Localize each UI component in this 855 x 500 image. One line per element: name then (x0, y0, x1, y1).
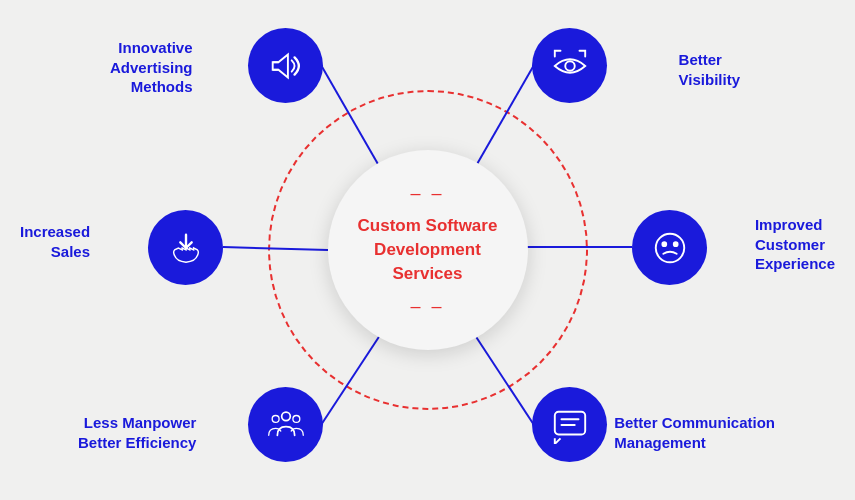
label-increased-sales: Increased Sales (20, 222, 90, 261)
label-better-visibility: Better Visibility (679, 50, 740, 89)
node-less-manpower (248, 387, 323, 462)
top-dash: – – (348, 183, 508, 204)
chat-icon (551, 406, 589, 444)
center-circle: – – Custom Software Development Services… (328, 150, 528, 350)
group-icon (267, 406, 305, 444)
eye-icon (551, 47, 589, 85)
bottom-dash: – – (348, 296, 508, 317)
svg-point-14 (292, 415, 299, 422)
svg-rect-15 (554, 411, 584, 434)
svg-point-13 (272, 415, 279, 422)
face-icon (651, 229, 689, 267)
svg-point-8 (565, 61, 575, 71)
svg-point-9 (655, 233, 684, 262)
megaphone-icon (267, 47, 305, 85)
label-innovative-advertising: Innovative Advertising Methods (110, 38, 193, 97)
hand-up-icon (167, 229, 205, 267)
svg-point-11 (673, 242, 677, 246)
node-increased-sales (148, 210, 223, 285)
node-better-visibility (532, 28, 607, 103)
svg-point-10 (662, 242, 666, 246)
diagram-container: – – Custom Software Development Services… (0, 0, 855, 500)
node-improved-customer (632, 210, 707, 285)
svg-point-12 (281, 412, 290, 421)
node-innovative-advertising (248, 28, 323, 103)
label-improved-customer: Improved Customer Experience (755, 215, 835, 274)
label-better-communication: Better Communication Management (614, 413, 775, 452)
label-less-manpower: Less Manpower Better Efficiency (78, 413, 196, 452)
node-better-communication (532, 387, 607, 462)
center-title: Custom Software Development Services (348, 204, 508, 295)
